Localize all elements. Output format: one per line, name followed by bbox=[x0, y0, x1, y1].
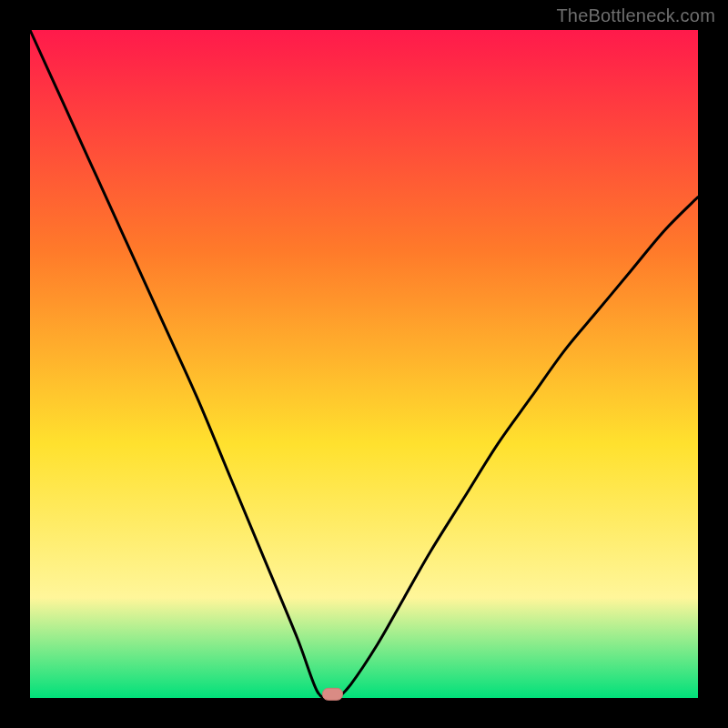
watermark-text: TheBottleneck.com bbox=[556, 5, 715, 26]
bottleneck-chart bbox=[0, 0, 728, 728]
optimal-marker bbox=[323, 688, 343, 700]
chart-frame: TheBottleneck.com bbox=[0, 0, 728, 728]
plot-background bbox=[30, 30, 698, 698]
